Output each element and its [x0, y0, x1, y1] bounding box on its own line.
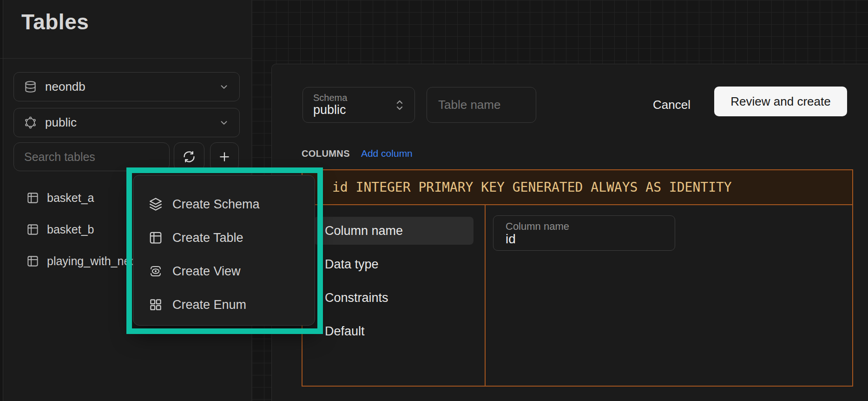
schema-select-sidebar[interactable]: public: [13, 108, 240, 137]
chevron-down-icon: [219, 118, 229, 128]
column-editor-body: Column name id: [486, 205, 852, 386]
refresh-icon: [183, 150, 196, 163]
chevron-up-down-icon: [394, 99, 405, 112]
review-and-create-button[interactable]: Review and create: [714, 87, 847, 116]
schema-select-label: Schema: [313, 93, 404, 103]
view-eye-icon: [149, 264, 163, 278]
column-editor-nav: Column name Data type Constraints Defaul…: [302, 205, 486, 386]
menu-item-create-schema[interactable]: Create Schema: [133, 187, 315, 221]
menu-item-label: Create Schema: [172, 197, 260, 212]
add-button[interactable]: [210, 142, 239, 171]
column-name-field-label: Column name: [506, 221, 663, 232]
column-definition-card: id INTEGER PRIMARY KEY GENERATED ALWAYS …: [302, 169, 853, 387]
table-name-input[interactable]: Table name: [427, 87, 536, 123]
nav-item-data-type[interactable]: Data type: [314, 250, 473, 278]
table-name-placeholder: Table name: [438, 98, 500, 112]
table-icon: [26, 192, 39, 204]
schema-icon: [24, 116, 37, 129]
plus-icon: [217, 150, 231, 164]
database-icon: [24, 80, 37, 93]
column-name-field-value: id: [506, 232, 663, 246]
create-table-panel: Schema public Table name Cancel Review a…: [271, 64, 868, 401]
cancel-button[interactable]: Cancel: [642, 90, 702, 119]
sidebar-divider: [0, 58, 251, 59]
page-title: Tables: [21, 9, 89, 34]
add-column-link[interactable]: Add column: [361, 148, 413, 159]
table-row-label: basket_b: [47, 223, 94, 236]
column-sql-preview-row[interactable]: id INTEGER PRIMARY KEY GENERATED ALWAYS …: [302, 170, 852, 205]
columns-section-title: COLUMNS: [302, 148, 350, 159]
menu-item-label: Create View: [172, 264, 241, 279]
chevron-down-icon: [219, 82, 229, 92]
nav-item-default[interactable]: Default: [314, 317, 473, 345]
column-editor: Column name Data type Constraints Defaul…: [302, 205, 852, 386]
schema-select-sidebar-value: public: [45, 115, 77, 130]
refresh-button[interactable]: [174, 142, 204, 171]
search-tables-input[interactable]: [13, 142, 170, 171]
database-select-value: neondb: [45, 80, 85, 94]
schema-select-value: public: [313, 103, 404, 117]
menu-item-create-table[interactable]: Create Table: [133, 221, 315, 254]
menu-item-label: Create Enum: [172, 298, 246, 312]
nav-item-constraints[interactable]: Constraints: [314, 284, 473, 312]
app-window: Schema public Table name Cancel Review a…: [0, 0, 868, 401]
columns-header: COLUMNS Add column: [302, 148, 413, 159]
menu-item-create-enum[interactable]: Create Enum: [133, 288, 315, 321]
database-select[interactable]: neondb: [13, 72, 240, 101]
table-icon: [149, 231, 163, 245]
create-menu-dropdown: Create Schema Create Table Create View: [133, 175, 315, 326]
table-row-label: playing_with_neon: [47, 254, 143, 268]
layers-icon: [149, 197, 163, 211]
nav-item-column-name[interactable]: Column name: [314, 217, 473, 245]
menu-item-create-view[interactable]: Create View: [133, 254, 315, 288]
schema-select[interactable]: Schema public: [302, 87, 415, 123]
column-sql-text: id INTEGER PRIMARY KEY GENERATED ALWAYS …: [332, 180, 732, 195]
table-icon: [26, 255, 39, 267]
table-row-label: basket_a: [47, 191, 94, 205]
column-name-field[interactable]: Column name id: [493, 215, 675, 251]
menu-item-label: Create Table: [172, 231, 243, 245]
grid-squares-icon: [149, 298, 163, 312]
table-icon: [26, 223, 39, 236]
